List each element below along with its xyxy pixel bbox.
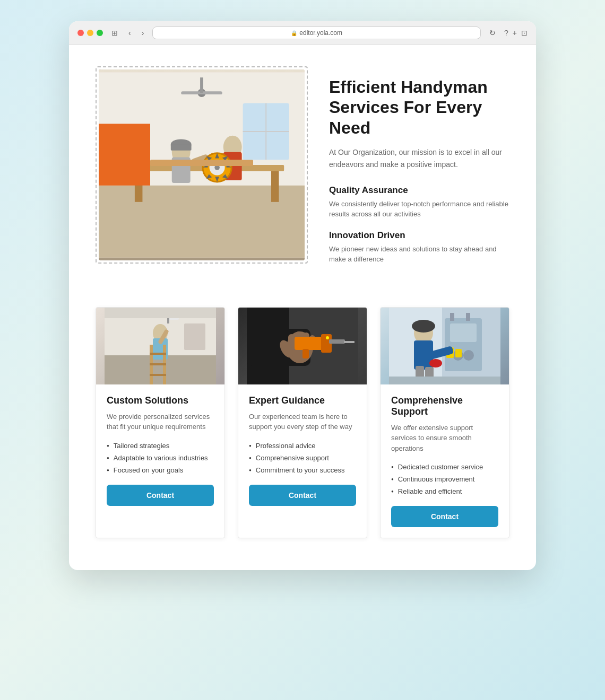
feature-quality-title: Quality Assurance [329,185,509,196]
sidebar-toggle[interactable]: ⊞ [109,28,120,38]
svg-point-80 [412,320,435,332]
svg-point-77 [429,359,442,368]
feature-innovation: Innovation Driven We pioneer new ideas a… [329,230,509,265]
feature-innovation-title: Innovation Driven [329,230,509,241]
contact-button-1[interactable]: Contact [107,485,214,506]
list-item: Dedicated customer service [391,463,498,471]
svg-point-62 [326,336,329,339]
svg-rect-27 [150,160,253,166]
card-expert-guidance-title: Expert Guidance [249,395,356,406]
card-custom-solutions-list: Tailored strategies Adaptable to various… [107,442,214,474]
card-comprehensive-support-list: Dedicated customer service Continuous im… [391,463,498,495]
help-icon[interactable]: ? [504,29,508,37]
card-image-expert-guidance [238,308,367,384]
svg-rect-8 [271,171,279,202]
card-custom-solutions-title: Custom Solutions [107,395,214,406]
refresh-icon[interactable]: ↻ [487,28,498,38]
card-image-custom-solutions [96,308,224,384]
browser-toolbar: ⊞ ‹ › 🔒 editor.yola.com ↻ ? + ⊡ [69,21,536,45]
card-comprehensive-support-body: Comprehensive Support We offer extensive… [381,384,509,538]
hero-text: Efficient Handyman Services For Every Ne… [329,66,509,275]
feature-quality-desc: We consistently deliver top-notch perfor… [329,199,509,220]
card-custom-solutions: Custom Solutions We provide personalized… [96,307,225,539]
svg-rect-73 [455,349,462,357]
svg-rect-67 [450,323,477,342]
svg-rect-81 [389,377,500,384]
card-comprehensive-support: Comprehensive Support We offer extensive… [380,307,509,539]
svg-rect-59 [329,339,345,344]
svg-rect-41 [184,323,205,350]
card-comprehensive-support-desc: We offer extensive support services to e… [391,423,498,454]
traffic-lights [77,30,103,36]
list-item: Comprehensive support [249,454,356,462]
list-item: Tailored strategies [107,442,214,450]
svg-rect-70 [450,313,454,321]
card-custom-solutions-body: Custom Solutions We provide personalized… [96,384,224,517]
svg-rect-34 [105,355,216,384]
hero-image [99,69,305,260]
card-comprehensive-support-title: Comprehensive Support [391,395,498,417]
address-bar[interactable]: 🔒 editor.yola.com [152,27,481,39]
feature-quality: Quality Assurance We consistently delive… [329,185,509,220]
svg-rect-45 [150,363,166,365]
svg-rect-5 [200,77,203,93]
list-item: Commitment to your success [249,466,356,474]
contact-button-2[interactable]: Contact [249,485,356,506]
card-expert-guidance-desc: Our experienced team is here to support … [249,412,356,432]
hero-subtitle: At Our Organization, our mission is to e… [329,146,509,170]
hero-section: Efficient Handyman Services For Every Ne… [96,66,509,275]
svg-rect-71 [466,313,470,321]
list-item: Reliable and efficient [391,487,498,495]
minimize-button[interactable] [87,30,93,36]
card-image-comprehensive-support [381,308,509,384]
svg-rect-46 [150,374,166,376]
svg-point-69 [463,350,474,361]
contact-button-3[interactable]: Contact [391,506,498,527]
forward-button[interactable]: › [140,28,146,38]
new-tab-icon[interactable]: + [513,29,517,37]
url-text: editor.yola.com [299,29,342,37]
svg-rect-40 [105,308,216,318]
svg-rect-60 [344,341,355,343]
svg-rect-12 [171,144,192,151]
svg-rect-44 [150,353,166,355]
card-expert-guidance: Expert Guidance Our experienced team is … [238,307,367,539]
browser-window: ⊞ ‹ › 🔒 editor.yola.com ↻ ? + ⊡ [69,21,536,570]
browser-actions: ? + ⊡ [504,29,528,37]
card-custom-solutions-desc: We provide personalized services that fi… [107,412,214,432]
page-content: Efficient Handyman Services For Every Ne… [69,45,536,570]
back-button[interactable]: ‹ [126,28,133,38]
list-item: Continuous improvement [391,475,498,483]
card-expert-guidance-list: Professional advice Comprehensive suppor… [249,442,356,474]
cards-section: Custom Solutions We provide personalized… [96,307,509,539]
lock-icon: 🔒 [291,30,297,36]
feature-innovation-desc: We pioneer new ideas and solutions to st… [329,244,509,265]
hero-image-container [96,66,308,264]
list-item: Focused on your goals [107,466,214,474]
svg-rect-31 [99,124,150,185]
list-item: Adaptable to various industries [107,454,214,462]
svg-rect-61 [302,349,309,358]
close-button[interactable] [77,30,84,36]
list-item: Professional advice [249,442,356,450]
hero-title: Efficient Handyman Services For Every Ne… [329,77,509,138]
card-expert-guidance-body: Expert Guidance Our experienced team is … [238,384,367,517]
maximize-button[interactable] [97,30,103,36]
extension-icon[interactable]: ⊡ [521,29,528,37]
